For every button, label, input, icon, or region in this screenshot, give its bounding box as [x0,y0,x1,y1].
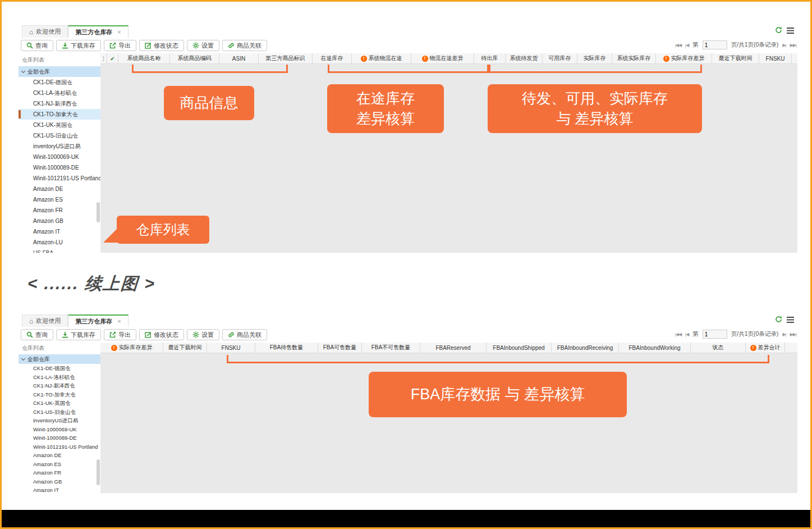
sidebar-item-all-warehouses[interactable]: 全部仓库 [19,354,100,364]
column-header[interactable]: FNSKU [207,343,255,353]
search-button[interactable]: 查询 [21,329,53,340]
sidebar-item[interactable]: Winit-1012191-US Portland [19,443,100,452]
sidebar-item[interactable]: Winit-1000069-UK [19,425,100,434]
column-header[interactable]: FBAInboundWorking [619,343,691,353]
export-button[interactable]: 导出 [104,40,136,51]
first-page-icon[interactable]: |◀◀ [675,332,681,337]
column-header[interactable]: !系统物流在途 [352,53,411,63]
button-label: 下载库存 [71,42,95,50]
search-button[interactable]: 查询 [21,40,53,51]
sidebar-item[interactable]: Amazon DE [19,184,100,194]
column-header[interactable]: 可用库存 [543,53,577,63]
column-header[interactable]: FBA待售数量 [255,343,318,353]
export-button[interactable]: 导出 [104,329,136,340]
next-page-icon[interactable]: ▶| [782,43,786,48]
sidebar-item[interactable]: Amazon FR [19,468,100,477]
close-icon[interactable]: × [117,29,121,35]
last-page-icon[interactable]: ▶▶| [790,332,796,337]
refresh-icon[interactable] [775,26,782,36]
sidebar-item[interactable]: CK1-UK-英国仓 [19,120,100,130]
column-header[interactable]: !差异合计 [746,343,785,353]
edit-button[interactable]: 修改状态 [139,329,184,340]
sidebar-item[interactable]: CK1-DE-德国仓 [19,77,100,88]
select-all-checkbox[interactable]: ✔ [107,53,118,63]
sidebar-item[interactable]: CK1-LA-洛杉矶仓 [19,88,100,98]
column-header[interactable]: FBAReserved [420,343,487,353]
column-header[interactable]: 最近下载时间 [163,343,207,353]
link-button[interactable]: 商品关联 [222,40,267,51]
column-header[interactable]: 系统实际库存 [612,53,656,63]
column-header-label: FBA可售数量 [323,344,356,352]
page-input[interactable] [703,40,727,49]
column-header[interactable]: FBAInboundReceiving [552,343,619,353]
sidebar-item-all-warehouses[interactable]: 全部仓库 [19,66,100,77]
sidebar-item[interactable]: CK1-US-旧金山仓 [19,408,100,417]
sidebar-item[interactable]: CK1-TO-加拿大仓 [19,390,100,399]
column-header[interactable]: FBA不可售数量 [362,343,420,353]
sidebar-item[interactable]: Amazon GB [19,477,100,486]
page-input[interactable] [703,330,727,339]
tab-third-party-inventory[interactable]: 第三方仓库存 × [68,314,128,327]
menu-icon[interactable] [787,26,794,36]
tab-welcome[interactable]: ⌂ 欢迎使用 [22,25,68,38]
sidebar-item[interactable]: CK1-NJ-新泽西仓 [19,381,100,390]
refresh-icon[interactable] [775,315,782,325]
column-header[interactable]: !实际库存差异 [100,343,163,353]
sidebar-item[interactable]: CK1-NJ-新泽西仓 [19,98,100,109]
column-header[interactable]: FBAInboundShipped [487,343,552,353]
column-header[interactable]: 在途库存 [313,53,352,63]
column-header[interactable]: 系统商品编码 [170,53,219,63]
column-header[interactable]: FNSKU [759,53,792,63]
sidebar-item[interactable]: Amazon IT [19,486,100,493]
sidebar-item[interactable]: inventoryUS进口易 [19,141,100,152]
edit-icon [145,331,152,338]
column-header[interactable]: !物流在途差异 [411,53,474,63]
column-header[interactable]: 最近下载时间 [712,53,759,63]
sidebar-item[interactable]: inventoryUS进口易 [19,416,100,425]
tab-third-party-inventory[interactable]: 第三方仓库存 × [68,25,128,38]
download-button[interactable]: 下载库存 [56,329,101,340]
sidebar-item[interactable]: CK1-LA-洛杉矶仓 [19,373,100,382]
close-icon[interactable]: × [117,318,121,325]
drag-handle-icon[interactable]: ⋮ [100,53,107,63]
column-header[interactable]: !实际库存差异 [656,53,712,63]
column-header[interactable]: 系统待发货 [506,53,543,63]
column-header[interactable]: 实际库存 [577,53,612,63]
sidebar-item[interactable]: US FBA [19,248,100,253]
column-header[interactable]: 第三方商品标识 [259,53,313,63]
sidebar-item[interactable]: Amazon GB [19,216,100,226]
sidebar-scrollbar[interactable] [97,202,100,222]
sidebar-item[interactable]: Amazon-LU [19,237,100,248]
column-header[interactable]: 待出库 [474,53,506,63]
gear-button[interactable]: 设置 [187,40,219,51]
sidebar-item[interactable]: CK1-DE-德国仓 [19,364,100,373]
sidebar-item[interactable]: Amazon ES [19,460,100,469]
sidebar-item[interactable]: Winit-1000089-DE [19,434,100,443]
sidebar-item[interactable]: Winit-1012191-US Portland [19,173,100,184]
column-header[interactable]: FBA可售数量 [318,343,362,353]
last-page-icon[interactable]: ▶▶| [790,43,796,48]
sidebar-item[interactable]: Winit-1000069-UK [19,152,100,162]
download-button[interactable]: 下载库存 [56,40,101,51]
sidebar-item[interactable]: CK1-UK-英国仓 [19,399,100,408]
gear-button[interactable]: 设置 [187,329,219,340]
sidebar-item[interactable]: CK1-US-旧金山仓 [19,130,100,141]
menu-icon[interactable] [787,315,794,325]
column-header[interactable]: ASIN [219,53,259,63]
prev-page-icon[interactable]: |◀ [685,43,689,48]
sidebar-scrollbar[interactable] [97,459,100,485]
next-page-icon[interactable]: ▶| [782,332,786,337]
sidebar-item[interactable]: Winit-1000089-DE [19,162,100,173]
prev-page-icon[interactable]: |◀ [685,332,689,337]
first-page-icon[interactable]: |◀◀ [675,43,681,48]
sidebar-item[interactable]: CK1-TO-加拿大仓 [19,109,100,120]
sidebar-item[interactable]: Amazon ES [19,194,100,205]
sidebar-item[interactable]: Amazon IT [19,226,100,237]
sidebar-item[interactable]: Amazon FR [19,205,100,216]
column-header[interactable]: 状态 [691,343,746,353]
edit-button[interactable]: 修改状态 [139,40,184,51]
sidebar-item[interactable]: Amazon DE [19,451,100,460]
tab-welcome[interactable]: ⌂ 欢迎使用 [22,314,68,327]
link-button[interactable]: 商品关联 [222,329,267,340]
column-header[interactable]: 系统商品名称 [118,53,170,63]
